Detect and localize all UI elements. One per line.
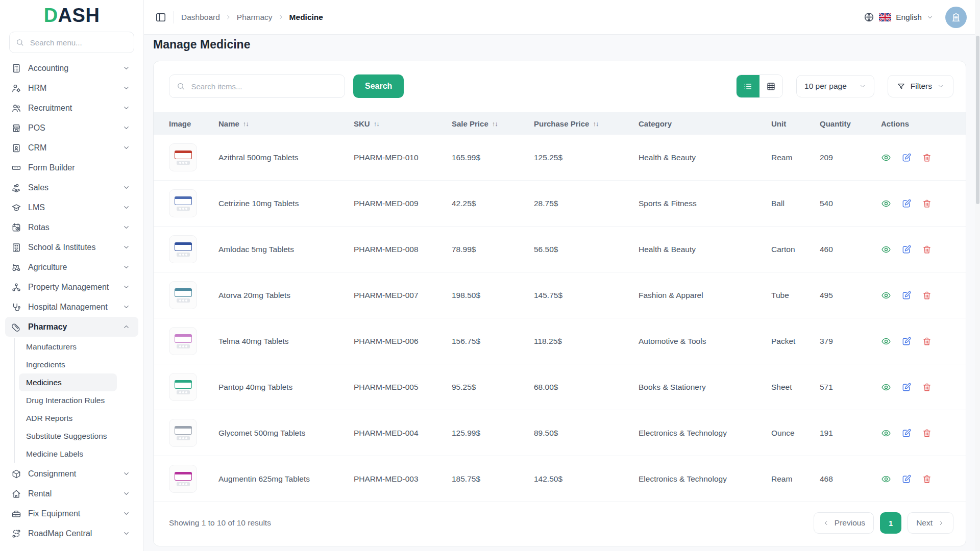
delete-button[interactable]	[922, 244, 932, 255]
col-header-sku[interactable]: SKU↑↓	[354, 119, 452, 128]
sidebar-subitem-ingredients[interactable]: Ingredients	[19, 356, 117, 373]
delete-button[interactable]	[922, 474, 932, 484]
sidebar-item-sales[interactable]: Sales	[5, 178, 138, 197]
search-button[interactable]: Search	[353, 74, 404, 98]
sidebar-subitem-medicine-labels[interactable]: Medicine Labels	[19, 445, 117, 463]
view-button[interactable]	[881, 244, 891, 255]
app-logo: DASH	[0, 4, 143, 27]
per-page-select[interactable]: 10 per page	[796, 75, 874, 97]
sidebar-subitem-drug-interaction-rules[interactable]: Drug Interaction Rules	[19, 391, 117, 409]
sidebar-item-roadmap-central[interactable]: RoadMap Central	[5, 523, 138, 543]
col-header-image: Image	[169, 119, 218, 128]
scrollbar-thumb[interactable]	[976, 36, 979, 204]
sort-icon[interactable]: ↑↓	[492, 120, 498, 128]
sidebar-search[interactable]	[9, 32, 134, 53]
sidebar-subitem-manufacturers[interactable]: Manufacturers	[19, 338, 117, 356]
view-button[interactable]	[881, 198, 891, 209]
avatar[interactable]	[945, 7, 967, 28]
chevron-down-icon	[122, 510, 130, 517]
view-button[interactable]	[881, 336, 891, 346]
sidebar-search-input[interactable]	[29, 38, 128, 47]
view-button[interactable]	[881, 474, 891, 484]
sort-icon[interactable]: ↑↓	[593, 120, 598, 128]
medicine-image	[169, 235, 197, 263]
sort-icon[interactable]: ↑↓	[374, 120, 379, 128]
sidebar-item-label: Sales	[28, 183, 116, 192]
globe-icon[interactable]	[864, 12, 874, 22]
delete-button[interactable]	[922, 428, 932, 438]
sort-icon[interactable]: ↑↓	[243, 120, 249, 128]
sidebar-item-hrm[interactable]: HRM	[5, 78, 138, 98]
breadcrumb-pharmacy[interactable]: Pharmacy	[237, 13, 273, 22]
sidebar-toggle-icon[interactable]	[155, 12, 166, 23]
sidebar-item-pos[interactable]: POS	[5, 118, 138, 138]
sidebar-item-pharmacy[interactable]: Pharmacy	[5, 317, 138, 337]
id-card-icon	[11, 143, 21, 153]
delete-button[interactable]	[922, 336, 932, 346]
calculator-icon	[11, 63, 21, 73]
scrollbar[interactable]	[975, 0, 980, 551]
view-button[interactable]	[881, 153, 891, 163]
view-button[interactable]	[881, 382, 891, 392]
sidebar-item-rotas[interactable]: Rotas	[5, 217, 138, 237]
chevron-right-icon	[225, 14, 232, 20]
delete-button[interactable]	[922, 153, 932, 163]
sidebar-subitem-substitute-suggestions[interactable]: Substitute Suggestions	[19, 427, 117, 445]
purchase-price: 145.75$	[534, 291, 639, 300]
view-button[interactable]	[881, 290, 891, 300]
chevron-down-icon	[122, 144, 130, 152]
grid-view-button[interactable]	[760, 75, 782, 97]
quantity: 460	[820, 245, 881, 254]
toolbox-icon	[11, 509, 21, 519]
list-view-button[interactable]	[737, 75, 760, 97]
sidebar-item-school-institutes[interactable]: School & Institutes	[5, 237, 138, 257]
sidebar-subitem-adr-reports[interactable]: ADR Reports	[19, 409, 117, 427]
table-row: Atorva 20mg Tablets PHARM-MED-007 198.50…	[154, 272, 966, 318]
edit-button[interactable]	[901, 198, 912, 209]
breadcrumb-dashboard[interactable]: Dashboard	[181, 13, 220, 22]
filters-button[interactable]: Filters	[888, 75, 953, 97]
sidebar-item-agriculture[interactable]: Agriculture	[5, 257, 138, 277]
sidebar-item-form-builder[interactable]: Form Builder	[5, 158, 138, 178]
col-header-purchase-price[interactable]: Purchase Price↑↓	[534, 119, 639, 128]
items-search[interactable]	[169, 74, 345, 98]
uk-flag-icon	[879, 13, 891, 21]
sidebar-item-consignment[interactable]: Consignment	[5, 464, 138, 484]
edit-button[interactable]	[901, 290, 912, 300]
edit-button[interactable]	[901, 474, 912, 484]
edit-button[interactable]	[901, 153, 912, 163]
language-label: English	[896, 13, 922, 22]
sidebar-item-lms[interactable]: LMS	[5, 197, 138, 217]
medicine-image	[169, 419, 197, 447]
view-toggle	[736, 74, 783, 98]
edit-button[interactable]	[901, 244, 912, 255]
sidebar-item-property-management[interactable]: Property Management	[5, 277, 138, 297]
sidebar-item-accounting[interactable]: Accounting	[5, 58, 138, 78]
sidebar-item-crm[interactable]: CRM	[5, 138, 138, 158]
sidebar-subitem-medicines[interactable]: Medicines	[19, 373, 117, 391]
delete-button[interactable]	[922, 382, 932, 392]
previous-page-button[interactable]: Previous	[814, 512, 874, 534]
sidebar-item-recruitment[interactable]: Recruitment	[5, 98, 138, 118]
sale-price: 42.25$	[452, 199, 534, 208]
col-header-sale-price[interactable]: Sale Price↑↓	[452, 119, 534, 128]
delete-button[interactable]	[922, 290, 932, 300]
sidebar-item-fix-equipment[interactable]: Fix Equipment	[5, 504, 138, 523]
purchase-price: 68.00$	[534, 383, 639, 392]
medicine-name: Pantop 40mg Tablets	[218, 383, 354, 392]
sidebar-item-rental[interactable]: Rental	[5, 484, 138, 504]
sidebar-item-hospital-management[interactable]: Hospital Management	[5, 297, 138, 317]
quantity: 468	[820, 474, 881, 484]
sidebar-item-label: Property Management	[28, 283, 116, 292]
sale-price: 78.99$	[452, 245, 534, 254]
edit-button[interactable]	[901, 428, 912, 438]
items-search-input[interactable]	[190, 82, 337, 91]
col-header-name[interactable]: Name↑↓	[218, 119, 354, 128]
delete-button[interactable]	[922, 198, 932, 209]
current-page-button[interactable]: 1	[880, 512, 901, 534]
edit-button[interactable]	[901, 336, 912, 346]
language-selector[interactable]: English	[879, 13, 934, 22]
next-page-button[interactable]: Next	[908, 512, 953, 534]
view-button[interactable]	[881, 428, 891, 438]
edit-button[interactable]	[901, 382, 912, 392]
